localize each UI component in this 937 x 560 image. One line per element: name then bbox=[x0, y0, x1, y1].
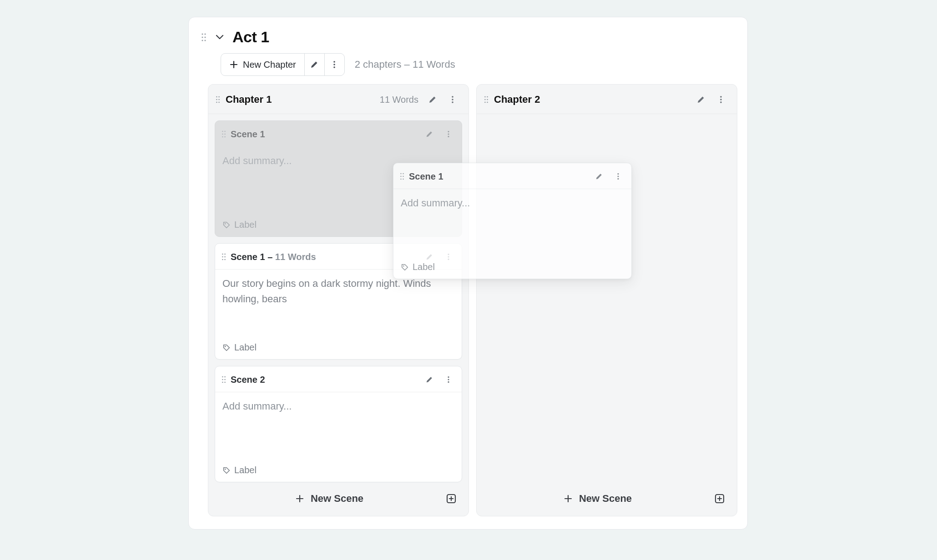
scene-more-button[interactable] bbox=[441, 372, 456, 387]
scene-title: Scene 2 bbox=[231, 375, 265, 385]
more-vertical-icon bbox=[444, 375, 453, 384]
new-scene-button[interactable]: New Scene bbox=[217, 490, 442, 508]
chapter-more-button[interactable] bbox=[445, 92, 460, 107]
scene-summary[interactable]: Our story begins on a dark stormy night.… bbox=[215, 270, 462, 338]
act-more-button[interactable] bbox=[324, 54, 344, 75]
scene-title-text: Scene 1 – bbox=[231, 252, 275, 262]
tag-icon bbox=[401, 263, 409, 271]
chapter-word-count: 11 Words bbox=[380, 95, 418, 105]
more-vertical-icon bbox=[614, 172, 622, 180]
edit-scene-button[interactable] bbox=[422, 372, 437, 387]
scene-summary-placeholder[interactable]: Add summary... bbox=[393, 189, 631, 257]
scene-card[interactable]: Scene 2 Add summary... Label bbox=[215, 366, 462, 482]
more-vertical-icon bbox=[330, 60, 339, 69]
new-scene-button[interactable]: New Scene bbox=[485, 490, 710, 508]
new-scene-label: New Scene bbox=[579, 493, 632, 505]
scene-more-button[interactable] bbox=[610, 169, 626, 184]
edit-chapter-button[interactable] bbox=[693, 92, 709, 107]
new-chapter-label: New Chapter bbox=[243, 60, 296, 70]
chapter-header: Chapter 1 11 Words bbox=[208, 85, 468, 114]
scene-label-text: Label bbox=[234, 465, 257, 475]
chapter-title[interactable]: Chapter 2 bbox=[494, 94, 540, 105]
scene-label-button[interactable]: Label bbox=[393, 257, 631, 279]
chapter-footer: New Scene bbox=[208, 482, 468, 510]
plus-icon bbox=[564, 494, 573, 503]
edit-scene-button[interactable] bbox=[591, 169, 607, 184]
pencil-icon bbox=[696, 95, 705, 104]
scene-label-text: Label bbox=[234, 342, 257, 353]
scene-more-button[interactable] bbox=[441, 126, 456, 142]
scene-label-button[interactable]: Label bbox=[215, 460, 462, 482]
act-toolbar: New Chapter 2 chapters – 11 Words bbox=[221, 53, 737, 76]
plus-box-icon bbox=[714, 493, 725, 504]
drag-handle-icon[interactable] bbox=[221, 375, 227, 385]
act-title[interactable]: Act 1 bbox=[232, 28, 269, 46]
new-chapter-group: New Chapter bbox=[221, 53, 345, 76]
scene-title: Scene 1 bbox=[409, 171, 443, 182]
chapter-more-button[interactable] bbox=[713, 92, 729, 107]
scene-label-text: Label bbox=[234, 220, 257, 230]
drag-handle-icon[interactable] bbox=[399, 171, 405, 181]
pencil-icon bbox=[428, 95, 437, 104]
new-scene-split-button[interactable] bbox=[442, 490, 460, 508]
drag-handle-icon[interactable] bbox=[221, 129, 227, 139]
plus-box-icon bbox=[446, 493, 457, 504]
drag-handle-icon[interactable] bbox=[221, 252, 227, 262]
act-header: Act 1 bbox=[199, 26, 737, 50]
tag-icon bbox=[222, 221, 231, 229]
chevron-down-icon[interactable] bbox=[213, 31, 226, 44]
scene-summary-placeholder[interactable]: Add summary... bbox=[215, 392, 462, 460]
more-vertical-icon bbox=[444, 130, 453, 138]
chapter-header: Chapter 2 bbox=[477, 85, 737, 114]
scene-title: Scene 1 – 11 Words bbox=[231, 252, 316, 262]
chapter-body bbox=[477, 114, 737, 120]
chapters-columns: Chapter 1 11 Words Scene 1 bbox=[208, 84, 737, 516]
edit-act-button[interactable] bbox=[304, 54, 324, 75]
scene-header: Scene 1 bbox=[393, 163, 631, 189]
drag-handle-icon[interactable] bbox=[483, 95, 489, 105]
act-meta: 2 chapters – 11 Words bbox=[352, 59, 455, 70]
scene-label-button[interactable]: Label bbox=[215, 338, 462, 359]
tag-icon bbox=[222, 344, 231, 352]
plus-icon bbox=[295, 494, 304, 503]
chapter-column: Chapter 1 11 Words Scene 1 bbox=[208, 84, 469, 516]
scene-header: Scene 1 bbox=[215, 121, 462, 147]
pencil-icon bbox=[425, 375, 433, 384]
drag-handle-icon[interactable] bbox=[201, 32, 207, 42]
more-vertical-icon bbox=[716, 95, 725, 104]
scene-title: Scene 1 bbox=[231, 129, 265, 140]
edit-chapter-button[interactable] bbox=[425, 92, 440, 107]
new-scene-label: New Scene bbox=[311, 493, 363, 505]
chapter-title[interactable]: Chapter 1 bbox=[226, 94, 272, 105]
pencil-icon bbox=[310, 60, 319, 69]
scene-header: Scene 2 bbox=[215, 366, 462, 392]
more-vertical-icon bbox=[448, 95, 457, 104]
pencil-icon bbox=[425, 130, 433, 138]
drag-handle-icon[interactable] bbox=[215, 95, 221, 105]
edit-scene-button[interactable] bbox=[422, 126, 437, 142]
plus-icon bbox=[229, 60, 238, 69]
chapter-column: Chapter 2 New Scene bbox=[476, 84, 737, 516]
pencil-icon bbox=[595, 172, 603, 180]
chapter-footer: New Scene bbox=[477, 482, 737, 510]
scene-word-count: 11 Words bbox=[275, 252, 316, 262]
new-scene-split-button[interactable] bbox=[710, 490, 729, 508]
scene-card-dragging[interactable]: Scene 1 Add summary... Label bbox=[393, 163, 632, 279]
tag-icon bbox=[222, 466, 231, 475]
new-chapter-button[interactable]: New Chapter bbox=[221, 54, 304, 75]
scene-label-text: Label bbox=[413, 262, 435, 272]
